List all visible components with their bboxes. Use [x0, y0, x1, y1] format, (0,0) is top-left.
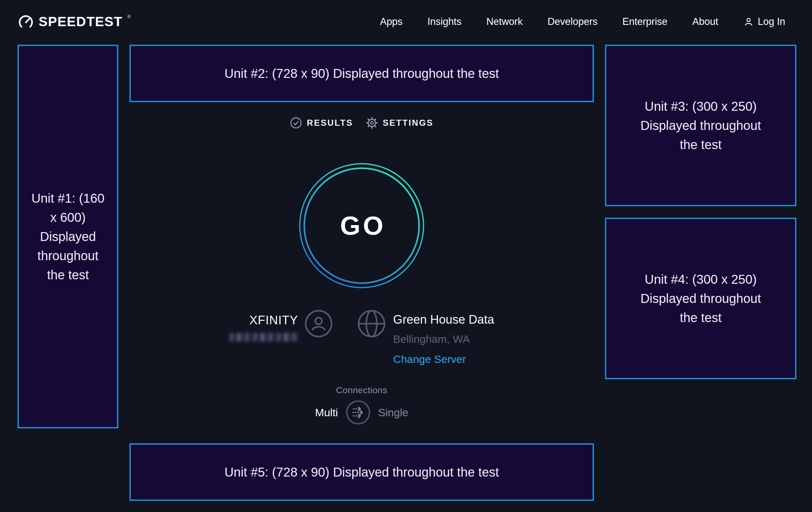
trademark-symbol: ® — [127, 15, 130, 19]
ad-unit-5[interactable]: Unit #5: (728 x 90) Displayed throughout… — [129, 443, 594, 501]
ad-unit-4-label: Unit #4: (300 x 250) Displayed throughou… — [630, 270, 771, 327]
check-circle-icon — [290, 117, 302, 129]
login-link[interactable]: Log In — [743, 16, 785, 27]
brand-name: SPEEDTEST — [38, 14, 122, 30]
nav-item-insights[interactable]: Insights — [427, 16, 462, 27]
page-content: Unit #1: (160 x 600) Displayed throughou… — [0, 35, 812, 501]
nav-item-about[interactable]: About — [692, 16, 718, 27]
connections-section: Connections Multi — [315, 385, 408, 425]
connections-toggle[interactable] — [346, 400, 371, 425]
isp-name: XFINITY — [250, 314, 298, 327]
nav-item-network[interactable]: Network — [486, 16, 523, 27]
tab-settings-label: SETTINGS — [383, 118, 433, 128]
connections-multi-option[interactable]: Multi — [315, 406, 338, 419]
panel-tabs: RESULTS SETT — [290, 117, 433, 129]
connections-single-option[interactable]: Single — [378, 406, 409, 419]
speedtest-homepage: { "brand": { "name": "SPEEDTEST", "trade… — [0, 0, 812, 512]
top-nav: SPEEDTEST ® Apps Insights Network Develo… — [0, 0, 812, 35]
ad-unit-4[interactable]: Unit #4: (300 x 250) Displayed throughou… — [605, 218, 796, 379]
server-name: Green House Data — [393, 313, 494, 327]
person-icon — [304, 309, 332, 338]
tab-settings[interactable]: SETTINGS — [366, 117, 433, 129]
nav-item-enterprise[interactable]: Enterprise — [622, 16, 667, 27]
connection-info: XFINITY Green House Data Bellingham — [229, 309, 494, 366]
login-label: Log In — [758, 16, 785, 27]
ad-unit-5-label: Unit #5: (728 x 90) Displayed throughout… — [225, 462, 499, 482]
left-ad-rail: Unit #1: (160 x 600) Displayed throughou… — [18, 45, 118, 428]
nav-item-developers[interactable]: Developers — [548, 16, 598, 27]
multi-arrows-icon — [346, 400, 371, 425]
change-server-link[interactable]: Change Server — [393, 353, 466, 366]
tab-results[interactable]: RESULTS — [290, 117, 353, 129]
test-panel: Unit #2: (728 x 90) Displayed throughout… — [118, 35, 605, 501]
ad-unit-2[interactable]: Unit #2: (728 x 90) Displayed throughout… — [129, 45, 594, 102]
go-button[interactable]: GO — [299, 163, 425, 289]
connections-label: Connections — [336, 385, 387, 396]
main-nav: Apps Insights Network Developers Enterpr… — [380, 16, 785, 27]
speedtest-logo[interactable]: SPEEDTEST ® — [18, 14, 131, 30]
ad-unit-3[interactable]: Unit #3: (300 x 250) Displayed throughou… — [605, 45, 796, 206]
gear-icon — [366, 117, 378, 129]
globe-icon — [357, 309, 385, 338]
isp-details-redacted — [229, 333, 298, 342]
ad-unit-2-label: Unit #2: (728 x 90) Displayed throughout… — [225, 64, 499, 83]
nav-item-apps[interactable]: Apps — [380, 16, 403, 27]
ad-unit-1-label: Unit #1: (160 x 600) Displayed throughou… — [28, 189, 108, 285]
tab-results-label: RESULTS — [307, 118, 353, 128]
server-location: Bellingham, WA — [393, 333, 470, 345]
right-ad-rail: Unit #3: (300 x 250) Displayed throughou… — [605, 45, 796, 379]
gauge-icon — [18, 14, 34, 30]
ad-unit-3-label: Unit #3: (300 x 250) Displayed throughou… — [630, 97, 771, 154]
server-block: Green House Data Bellingham, WA Change S… — [357, 309, 494, 366]
go-label: GO — [299, 163, 425, 289]
ad-unit-1[interactable]: Unit #1: (160 x 600) Displayed throughou… — [18, 45, 118, 428]
user-icon — [743, 16, 754, 27]
isp-block: XFINITY — [229, 309, 332, 342]
